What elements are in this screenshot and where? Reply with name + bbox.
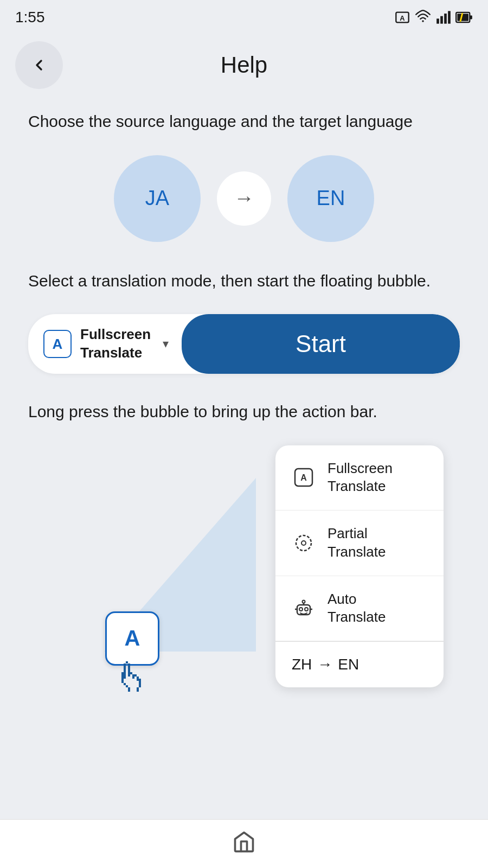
back-arrow-icon (30, 56, 48, 74)
dropdown-arrow-icon: ▾ (163, 337, 169, 351)
action-lang-switch[interactable]: ZH → EN (275, 642, 444, 687)
svg-point-13 (296, 535, 311, 551)
action-menu: A FullscreenTranslate PartialTranslate (275, 445, 444, 688)
source-language[interactable]: JA (114, 155, 201, 242)
svg-rect-4 (440, 16, 443, 24)
mode-label: FullscreenTranslate (80, 326, 151, 362)
finger-press-icon: 👆︎ (115, 660, 150, 695)
action-partial-translate[interactable]: PartialTranslate (275, 510, 444, 576)
status-icons: A (395, 10, 473, 25)
svg-rect-9 (457, 14, 468, 21)
home-icon[interactable] (232, 829, 256, 858)
bottom-bar (0, 819, 488, 868)
status-time: 1:55 (15, 9, 45, 26)
lang-switch-label: ZH → EN (292, 656, 359, 673)
auto-translate-icon (292, 596, 316, 620)
step1-text: Choose the source language and the targe… (28, 110, 460, 133)
svg-text:A: A (400, 14, 404, 22)
mode-icon: A (43, 330, 72, 358)
svg-rect-6 (448, 11, 451, 23)
fullscreen-translate-icon: A (292, 465, 316, 489)
illustration: A 👆︎ A FullscreenTranslate (28, 445, 460, 695)
target-language[interactable]: EN (287, 155, 374, 242)
mode-start-row: A FullscreenTranslate ▾ Start (28, 314, 460, 374)
translate-bubble-icon: A (105, 611, 159, 666)
svg-point-2 (422, 20, 424, 22)
wifi-icon (414, 10, 432, 25)
language-row: JA → EN (28, 155, 460, 242)
content: Choose the source language and the targe… (0, 94, 488, 721)
auto-translate-label: AutoTranslate (328, 590, 386, 627)
partial-translate-label: PartialTranslate (328, 525, 386, 561)
page-title: Help (63, 52, 425, 78)
language-arrow: → (217, 171, 271, 226)
signal-icon (436, 10, 451, 25)
svg-point-17 (305, 608, 308, 611)
header: Help (0, 30, 488, 94)
action-fullscreen-translate[interactable]: A FullscreenTranslate (275, 445, 444, 511)
svg-point-14 (301, 541, 306, 545)
mode-selector[interactable]: A FullscreenTranslate ▾ (28, 314, 182, 374)
svg-point-16 (299, 608, 303, 611)
svg-point-19 (303, 601, 305, 603)
svg-text:A: A (300, 473, 307, 482)
step2-text: Select a translation mode, then start th… (28, 269, 460, 293)
battery-icon (455, 10, 473, 25)
status-bar: 1:55 A (0, 0, 488, 30)
fullscreen-translate-label: FullscreenTranslate (328, 459, 393, 496)
partial-translate-icon (292, 531, 316, 555)
action-auto-translate[interactable]: AutoTranslate (275, 576, 444, 642)
svg-rect-3 (436, 18, 439, 23)
svg-rect-5 (444, 14, 447, 24)
start-button[interactable]: Start (182, 314, 460, 374)
bubble-finger: A 👆︎ (105, 611, 159, 695)
step3-text: Long press the bubble to bring up the ac… (28, 400, 460, 424)
svg-rect-8 (470, 16, 472, 20)
keyboard-icon: A (395, 10, 410, 25)
back-button[interactable] (15, 41, 63, 89)
